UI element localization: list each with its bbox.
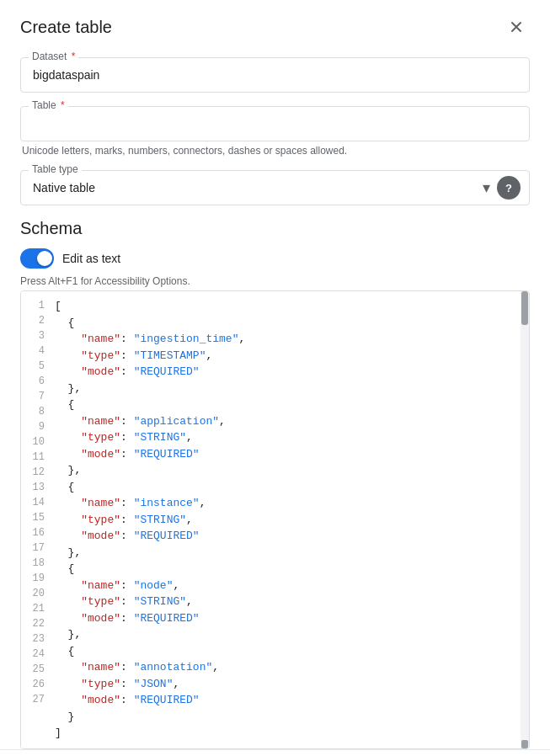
scrollbar-thumb	[521, 291, 528, 325]
close-icon	[508, 19, 525, 35]
chevron-down-icon: ▾	[476, 178, 497, 197]
dialog-header: Create table	[0, 0, 550, 51]
help-icon[interactable]: ?	[497, 176, 521, 200]
schema-section: Schema Edit as text Press Alt+F1 for Acc…	[20, 219, 530, 749]
toggle-thumb	[37, 251, 52, 266]
edit-as-text-toggle[interactable]	[20, 248, 54, 269]
table-label: Table *	[29, 99, 68, 111]
toggle-track	[20, 248, 54, 269]
dataset-field-group: Dataset *	[20, 57, 530, 93]
close-button[interactable]	[503, 13, 530, 40]
table-type-select[interactable]: Native table External table View Materia…	[21, 171, 476, 205]
table-hint: Unicode letters, marks, numbers, connect…	[20, 145, 530, 157]
dialog-body: Dataset * Table * Unicode letters, marks…	[0, 51, 550, 749]
scrollbar-bottom-thumb	[521, 740, 528, 748]
dataset-label: Dataset *	[29, 51, 78, 62]
line-numbers: 1 2 3 4 5 6 7 8 9 10 11 12 13 14 15 16 1	[21, 291, 51, 748]
dataset-required-marker: *	[72, 51, 76, 62]
dataset-input[interactable]	[20, 57, 530, 93]
table-type-label: Table type	[29, 163, 82, 175]
scrollbar[interactable]	[521, 291, 529, 748]
table-input[interactable]	[20, 106, 530, 141]
accessibility-hint: Press Alt+F1 for Accessibility Options.	[20, 275, 530, 287]
code-editor[interactable]: 1 2 3 4 5 6 7 8 9 10 11 12 13 14 15 16 1	[20, 290, 530, 749]
table-required-marker: *	[61, 99, 65, 111]
toggle-label: Edit as text	[62, 252, 120, 265]
table-type-group: Table type Native table External table V…	[20, 170, 530, 205]
dialog-footer: CREATE TABLE CANCEL	[0, 749, 550, 757]
table-field-group: Table * Unicode letters, marks, numbers,…	[20, 106, 530, 157]
schema-title: Schema	[20, 219, 530, 238]
toggle-row: Edit as text	[20, 248, 530, 269]
code-content: [ { "name": "ingestion_time", "type": "T…	[51, 291, 521, 748]
table-type-select-wrap: Native table External table View Materia…	[20, 170, 530, 205]
dialog-title: Create table	[20, 18, 112, 37]
create-table-dialog: Create table Dataset * Table * Unicode l…	[0, 0, 550, 756]
